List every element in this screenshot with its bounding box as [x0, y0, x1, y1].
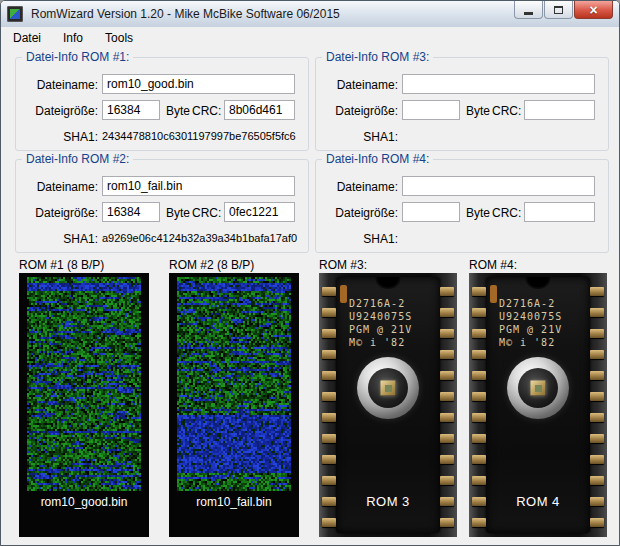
sha1-label: SHA1:: [18, 232, 98, 246]
chip-pin: [322, 350, 336, 359]
crc-label: CRC:: [192, 206, 220, 220]
chip-window-inner: [518, 368, 558, 408]
minimize-button[interactable]: [514, 1, 543, 19]
chip-pin: [322, 392, 336, 401]
chip-pin: [472, 434, 486, 443]
chip-pin: [590, 518, 604, 527]
chip-pin: [472, 518, 486, 527]
chip-pin: [590, 476, 604, 485]
window-title: RomWizard Version 1.20 - Mike McBike Sof…: [31, 1, 340, 27]
chip-pin: [472, 287, 486, 296]
eprom-quartz-window: [357, 357, 419, 419]
chip-pin: [322, 434, 336, 443]
dateigroesse-input[interactable]: [402, 202, 460, 222]
dateiname-input[interactable]: [402, 176, 595, 196]
chip-pin: [440, 287, 454, 296]
group-title: Datei-Info ROM #3:: [322, 50, 433, 64]
dateigroesse-input[interactable]: [102, 202, 160, 222]
chip-pin: [590, 455, 604, 464]
chip-window-inner: [368, 368, 408, 408]
chip-text-line: PGM @ 21V: [349, 323, 412, 336]
dateigroesse-input[interactable]: [402, 100, 460, 120]
dateiname-input[interactable]: [102, 176, 295, 196]
group-rom1-info: Datei-Info ROM #1: Dateiname: Dateigröße…: [15, 57, 309, 151]
crc-label: CRC:: [492, 104, 520, 118]
chip-pin: [440, 476, 454, 485]
chip-text-line: U9240075S: [499, 310, 562, 323]
maximize-button[interactable]: [544, 1, 573, 19]
titlebar[interactable]: RomWizard Version 1.20 - Mike McBike Sof…: [1, 1, 619, 28]
crc-input[interactable]: [224, 202, 295, 222]
rom1-caption: rom10_good.bin: [19, 495, 149, 509]
maximize-icon: [554, 6, 563, 14]
chip-pin: [440, 455, 454, 464]
chip-pin: [322, 518, 336, 527]
app-window: RomWizard Version 1.20 - Mike McBike Sof…: [0, 0, 620, 546]
pin1-mark: [490, 285, 497, 303]
sha1-value: 2434478810c6301197997be76505f5fc6: [102, 130, 296, 142]
menu-item-datei[interactable]: Datei: [3, 28, 51, 48]
minimize-icon: [524, 12, 533, 15]
dateigroesse-input[interactable]: [102, 100, 160, 120]
rom2-bitmap-panel: rom10_fail.bin: [169, 273, 299, 537]
dateiname-input[interactable]: [102, 74, 295, 94]
dateiname-input[interactable]: [402, 74, 595, 94]
sha1-label: SHA1:: [318, 232, 398, 246]
menu-item-tools[interactable]: Tools: [95, 28, 143, 48]
dateiname-label: Dateiname:: [318, 180, 398, 194]
chip-pin: [590, 350, 604, 359]
chip-die-core: [385, 385, 392, 392]
rom2-caption: rom10_fail.bin: [169, 495, 299, 509]
crc-input[interactable]: [524, 100, 595, 120]
chip-pin: [322, 287, 336, 296]
crc-label: CRC:: [492, 206, 520, 220]
chip-pin: [440, 434, 454, 443]
rom1-data-bitmap: [27, 277, 141, 491]
chip-pin: [590, 287, 604, 296]
chip-pin: [590, 329, 604, 338]
close-icon: ×: [589, 2, 597, 18]
chip-pin: [472, 371, 486, 380]
sha1-value: a9269e06c4124b32a39a34b1bafa17af0: [102, 232, 297, 244]
chip-die-core: [535, 385, 542, 392]
chip-notch-icon: [525, 277, 551, 289]
chip-pin: [590, 413, 604, 422]
chip-pin: [472, 413, 486, 422]
chip-markings: D2716A-2 U9240075S PGM @ 21V M© i '82: [499, 297, 562, 349]
close-button[interactable]: ×: [574, 1, 613, 19]
chip-pin: [322, 308, 336, 317]
dateigroesse-label: Dateigröße:: [318, 104, 398, 118]
chip-text-line: U9240075S: [349, 310, 412, 323]
chip-pin: [322, 329, 336, 338]
chip-pin: [440, 497, 454, 506]
rom3-chip-panel: D2716A-2 U9240075S PGM @ 21V M© i '82 RO…: [319, 273, 457, 537]
chip-text-line: D2716A-2: [349, 297, 412, 310]
chip-text-line: D2716A-2: [499, 297, 562, 310]
dateiname-label: Dateiname:: [18, 180, 98, 194]
chip-pin: [590, 497, 604, 506]
rom4-chip-panel: D2716A-2 U9240075S PGM @ 21V M© i '82 RO…: [469, 273, 607, 537]
dateigroesse-label: Dateigröße:: [18, 104, 98, 118]
crc-input[interactable]: [224, 100, 295, 120]
dateigroesse-label: Dateigröße:: [318, 206, 398, 220]
chip-die: [531, 381, 546, 396]
chip-pin: [440, 413, 454, 422]
sha1-label: SHA1:: [18, 130, 98, 144]
rom3-caption: ROM 3: [319, 494, 457, 509]
dateigroesse-label: Dateigröße:: [18, 206, 98, 220]
crc-input[interactable]: [524, 202, 595, 222]
byte-label: Byte: [466, 206, 490, 220]
rom2-data-bitmap: [177, 277, 291, 491]
chip-markings: D2716A-2 U9240075S PGM @ 21V M© i '82: [349, 297, 412, 349]
byte-label: Byte: [166, 104, 190, 118]
chip-die: [381, 381, 396, 396]
chip-pin: [322, 476, 336, 485]
chip-pin: [472, 392, 486, 401]
window-controls: ×: [513, 1, 613, 19]
menu-item-info[interactable]: Info: [53, 28, 93, 48]
rom4-caption: ROM 4: [469, 494, 607, 509]
menubar: Datei Info Tools: [1, 27, 619, 49]
chip-pin: [472, 476, 486, 485]
group-rom2-info: Datei-Info ROM #2: Dateiname: Dateigröße…: [15, 159, 309, 253]
chip-pin: [472, 497, 486, 506]
